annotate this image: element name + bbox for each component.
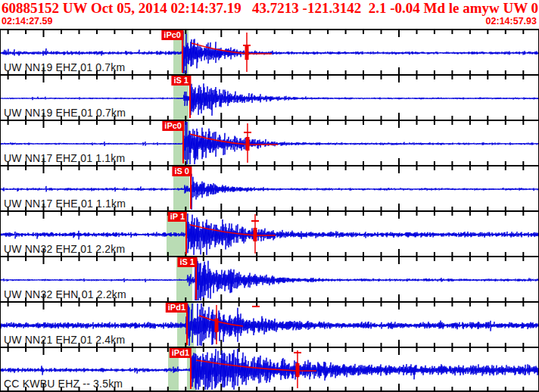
trace-panel: iS 1 UW NN19 EHE 01 0.7km: [1, 74, 538, 120]
trace-label: UW NN21 EHZ 01 2.4km: [4, 334, 125, 346]
window-start-time: 02:14:27.59: [0, 15, 52, 27]
phase-flag[interactable]: iP 1: [168, 212, 187, 222]
coda-handle[interactable]: [296, 363, 300, 377]
coda-handle[interactable]: [246, 137, 250, 151]
phase-flag[interactable]: iS 1: [171, 76, 191, 86]
coda-handle[interactable]: [245, 46, 249, 60]
window-end-time: 02:14:57.93: [486, 15, 539, 27]
trace-label: UW NN32 EHZ 01 2.2km: [4, 243, 125, 255]
phase-flag[interactable]: iPd1: [170, 348, 192, 358]
trace-panel: iPd1 UW NN21 EHZ 01 2.4km: [1, 301, 538, 347]
trace-label: UW NN17 EHZ 01 1.1km: [4, 152, 125, 164]
trace-panel: iS 0 UW NN17 EHE 01 1.1km: [1, 165, 538, 210]
phase-flag[interactable]: iS 0: [172, 166, 192, 176]
phase-flag[interactable]: iPd1: [166, 303, 188, 313]
trace-label: UW NN32 EHN 01 2.2km: [4, 288, 126, 300]
trace-panel: iS 1 UW NN32 EHN 01 2.2km: [1, 256, 538, 301]
coda-handle[interactable]: [254, 228, 257, 241]
phase-flag[interactable]: iS 1: [177, 257, 197, 267]
trace-label: CC KWBU EHZ -- 3.5km: [4, 378, 123, 390]
trace-label: UW NN19 EHE 01 0.7km: [4, 107, 126, 119]
coda-handle[interactable]: [215, 319, 219, 332]
trace-label: UW NN17 EHE 01 1.1km: [4, 198, 126, 210]
trace-panel: iPc0 UW NN17 EHZ 01 1.1km: [1, 120, 538, 165]
trace-panel: iPc0 UW NN19 EHZ 01 0.7km: [1, 29, 538, 74]
event-summary: 60885152 UW Oct 05, 2014 02:14:37.19 43.…: [0, 0, 539, 16]
phase-flag[interactable]: iPc0: [161, 30, 183, 40]
trace-panel: iPd1 CC KWBU EHZ -- 3.5km: [1, 347, 538, 392]
phase-flag[interactable]: iPc0: [162, 121, 184, 131]
waveform-review-window: 60885152 UW Oct 05, 2014 02:14:37.19 43.…: [0, 0, 539, 392]
time-range-row: 02:14:27.59 02:14:57.93: [0, 15, 539, 27]
header-row: 60885152 UW Oct 05, 2014 02:14:37.19 43.…: [0, 0, 539, 16]
trace-panel: iP 1 UW NN32 EHZ 01 2.2km: [1, 210, 538, 256]
trace-list: iPc0 UW NN19 EHZ 01 0.7km iS 1 UW NN19 E…: [0, 29, 539, 392]
trace-label: UW NN19 EHZ 01 0.7km: [4, 61, 125, 73]
